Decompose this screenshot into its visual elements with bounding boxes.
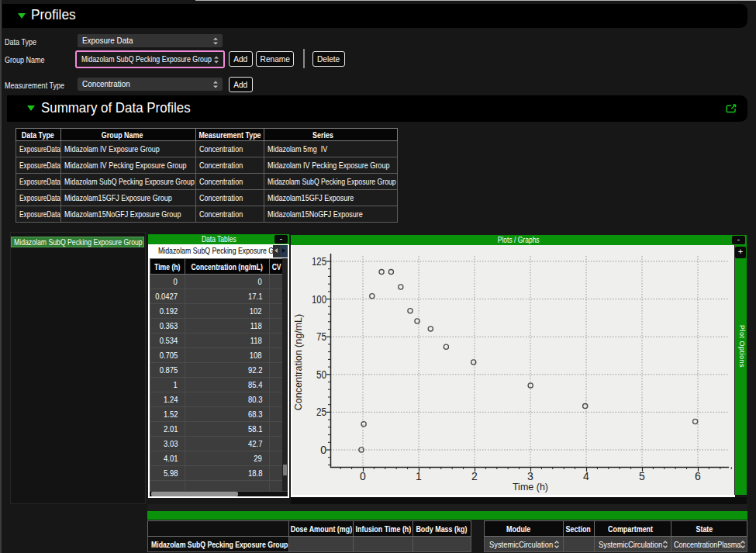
svg-text:75: 75 xyxy=(316,330,326,343)
svg-text:2: 2 xyxy=(471,470,478,482)
svg-text:100: 100 xyxy=(312,293,326,306)
svg-text:0: 0 xyxy=(320,444,326,456)
svg-text:4: 4 xyxy=(583,470,589,482)
svg-text:Concentration (ng/mL): Concentration (ng/mL) xyxy=(293,314,304,410)
svg-text:3: 3 xyxy=(527,470,533,482)
svg-text:125: 125 xyxy=(312,255,326,268)
svg-text:Time (h): Time (h) xyxy=(513,482,548,493)
svg-text:6: 6 xyxy=(695,470,701,482)
svg-text:1: 1 xyxy=(416,470,422,482)
svg-text:50: 50 xyxy=(316,368,326,381)
svg-text:25: 25 xyxy=(316,406,326,418)
svg-text:0: 0 xyxy=(360,470,366,482)
svg-text:5: 5 xyxy=(639,470,645,482)
